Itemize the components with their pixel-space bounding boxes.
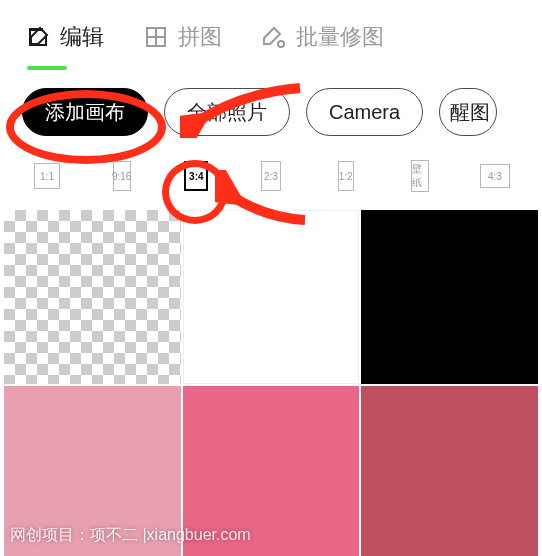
ratio-wallpaper[interactable]: 壁纸 [395, 160, 445, 192]
active-tab-underline [27, 66, 67, 70]
tab-collage-label: 拼图 [178, 22, 222, 52]
top-tab-bar: 编辑 拼图 批量修图 [0, 0, 542, 66]
ratio-9-16[interactable]: 9:16 [97, 161, 147, 191]
tab-collage[interactable]: 拼图 [144, 22, 222, 52]
add-canvas-label: 添加画布 [45, 99, 125, 126]
camera-album-button[interactable]: Camera [306, 88, 423, 136]
tab-batch[interactable]: 批量修图 [262, 22, 384, 52]
batch-icon [262, 25, 286, 49]
aspect-ratio-row: 1:1 9:16 3:4 2:3 1:2 壁纸 4:3 [0, 146, 542, 210]
all-photos-button[interactable]: 全部照片 [164, 88, 290, 136]
swatch-transparent[interactable] [4, 210, 181, 384]
swatch-pink-dark[interactable] [361, 386, 538, 556]
ratio-4-3[interactable]: 4:3 [470, 164, 520, 188]
ratio-4-3-box: 4:3 [480, 164, 510, 188]
ratio-3-4-box: 3:4 [184, 161, 208, 191]
ratio-3-4-label: 3:4 [189, 171, 203, 182]
ratio-2-3-box: 2:3 [261, 161, 281, 191]
tab-batch-label: 批量修图 [296, 22, 384, 52]
ratio-1-1-label: 1:1 [40, 171, 54, 182]
collage-icon [144, 25, 168, 49]
ratio-2-3-label: 2:3 [264, 171, 278, 182]
canvas-color-grid [0, 210, 542, 556]
ratio-1-2[interactable]: 1:2 [321, 161, 371, 191]
swatch-white[interactable] [183, 210, 360, 384]
tab-edit-label: 编辑 [60, 22, 104, 52]
ratio-9-16-box: 9:16 [113, 161, 131, 191]
ratio-3-4[interactable]: 3:4 [171, 161, 221, 191]
svg-point-1 [278, 41, 284, 47]
all-photos-label: 全部照片 [187, 99, 267, 126]
ratio-9-16-label: 9:16 [112, 171, 131, 182]
watermark-text: 网创项目：项不二 |xiangbuer.com [10, 525, 251, 546]
tab-edit[interactable]: 编辑 [26, 22, 104, 52]
ratio-1-2-box: 1:2 [338, 161, 354, 191]
ratio-2-3[interactable]: 2:3 [246, 161, 296, 191]
ratio-1-1[interactable]: 1:1 [22, 163, 72, 189]
ratio-wallpaper-box: 壁纸 [411, 160, 429, 192]
ratio-1-1-box: 1:1 [34, 163, 60, 189]
add-canvas-button[interactable]: 添加画布 [22, 88, 148, 136]
xingtu-album-label: 醒图 [450, 99, 490, 126]
ratio-4-3-label: 4:3 [488, 171, 502, 182]
xingtu-album-button[interactable]: 醒图 [439, 88, 497, 136]
ratio-1-2-label: 1:2 [339, 171, 353, 182]
source-chip-row: 添加画布 全部照片 Camera 醒图 [0, 66, 542, 146]
swatch-black[interactable] [361, 210, 538, 384]
ratio-wallpaper-label: 壁纸 [412, 162, 428, 190]
camera-album-label: Camera [329, 101, 400, 124]
edit-icon [26, 25, 50, 49]
